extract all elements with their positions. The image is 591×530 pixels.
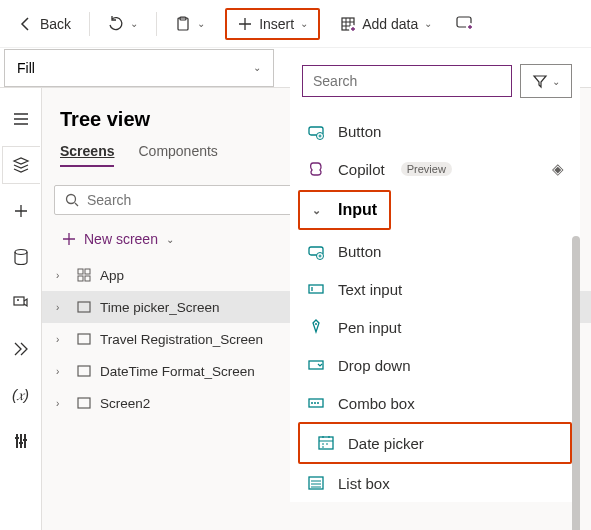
property-label: Fill bbox=[17, 60, 35, 76]
svg-rect-16 bbox=[78, 269, 83, 274]
tree-item-label: Screen2 bbox=[100, 396, 150, 411]
paste-button[interactable]: ⌄ bbox=[165, 10, 215, 38]
screen-icon bbox=[76, 299, 92, 315]
tree-item-label: DateTime Format_Screen bbox=[100, 364, 255, 379]
insert-item-list-box[interactable]: List box bbox=[290, 464, 580, 502]
tree-item-label: App bbox=[100, 268, 124, 283]
insert-item-label: Drop down bbox=[338, 357, 411, 374]
filter-button[interactable]: ⌄ bbox=[520, 64, 572, 98]
svg-rect-7 bbox=[14, 297, 24, 305]
insert-item-label: Text input bbox=[338, 281, 402, 298]
insert-item-drop-down[interactable]: Drop down bbox=[290, 346, 580, 384]
expand-icon: › bbox=[56, 366, 68, 377]
svg-point-6 bbox=[15, 250, 27, 255]
rail-data[interactable] bbox=[2, 238, 40, 276]
rail-media[interactable] bbox=[2, 284, 40, 322]
pen-icon bbox=[306, 317, 326, 337]
chevron-down-icon: ⌄ bbox=[300, 18, 308, 29]
svg-point-8 bbox=[17, 299, 19, 301]
undo-button[interactable]: ⌄ bbox=[98, 10, 148, 38]
svg-rect-14 bbox=[23, 439, 27, 441]
expand-icon: › bbox=[56, 398, 68, 409]
textinput-icon bbox=[306, 279, 326, 299]
new-screen-toolbar-button[interactable] bbox=[446, 10, 484, 38]
svg-rect-9 bbox=[16, 434, 18, 448]
insert-item-button[interactable]: Button bbox=[290, 232, 580, 270]
rail-insert[interactable] bbox=[2, 192, 40, 230]
insert-panel: ⌄ Button Copilot Preview ◈ ⌄ Input Butto… bbox=[290, 56, 580, 502]
insert-item-label: Copilot bbox=[338, 161, 385, 178]
insert-item-date-picker[interactable]: Date picker bbox=[300, 424, 570, 462]
tab-components[interactable]: Components bbox=[138, 143, 217, 167]
insert-item[interactable]: Copilot Preview ◈ bbox=[290, 150, 580, 188]
insert-button[interactable]: Insert ⌄ bbox=[227, 10, 318, 38]
list-icon bbox=[306, 473, 326, 493]
insert-label: Insert bbox=[259, 16, 294, 32]
chevron-down-icon: ⌄ bbox=[253, 62, 261, 73]
rail-flows[interactable] bbox=[2, 330, 40, 368]
insert-item-label: Button bbox=[338, 243, 381, 260]
button-icon bbox=[306, 121, 326, 141]
premium-icon: ◈ bbox=[552, 160, 564, 178]
add-data-button[interactable]: Add data ⌄ bbox=[330, 10, 442, 38]
svg-rect-17 bbox=[85, 269, 90, 274]
plus-icon bbox=[237, 16, 253, 32]
tree-item-label: Travel Registration_Screen bbox=[100, 332, 263, 347]
search-icon bbox=[65, 193, 79, 207]
insert-item-text-input[interactable]: Text input bbox=[290, 270, 580, 308]
app-icon bbox=[76, 267, 92, 283]
insert-search-input[interactable] bbox=[302, 65, 512, 97]
plus-icon bbox=[62, 232, 76, 246]
rail-tools[interactable] bbox=[2, 422, 40, 460]
insert-item-label: Combo box bbox=[338, 395, 415, 412]
scrollbar[interactable] bbox=[572, 236, 580, 530]
combo-icon bbox=[306, 393, 326, 413]
chevron-down-icon: ⌄ bbox=[197, 18, 205, 29]
chevron-down-icon: ⌄ bbox=[166, 234, 174, 245]
back-button[interactable]: Back bbox=[8, 10, 81, 38]
insert-item-label: List box bbox=[338, 475, 390, 492]
svg-point-34 bbox=[317, 402, 319, 404]
insert-item-label: Button bbox=[338, 123, 381, 140]
rail-tree-view[interactable] bbox=[2, 146, 40, 184]
add-data-label: Add data bbox=[362, 16, 418, 32]
svg-rect-19 bbox=[85, 276, 90, 281]
chevron-down-icon: ⌄ bbox=[552, 76, 560, 87]
button-icon bbox=[306, 241, 326, 261]
expand-icon: › bbox=[56, 334, 68, 345]
copilot-icon bbox=[306, 159, 326, 179]
tab-screens[interactable]: Screens bbox=[60, 143, 114, 167]
svg-rect-22 bbox=[78, 366, 90, 376]
svg-rect-35 bbox=[319, 437, 333, 449]
insert-item-combo-box[interactable]: Combo box bbox=[290, 384, 580, 422]
svg-point-33 bbox=[314, 402, 316, 404]
insert-category-input[interactable]: ⌄ Input bbox=[300, 192, 389, 228]
insert-item-label: Date picker bbox=[348, 435, 424, 452]
expand-icon: › bbox=[56, 302, 68, 313]
insert-item-pen-input[interactable]: Pen input bbox=[290, 308, 580, 346]
screen-plus-icon bbox=[456, 16, 474, 32]
chevron-down-icon: ⌄ bbox=[130, 18, 138, 29]
chevron-down-icon: ⌄ bbox=[312, 204, 328, 217]
svg-rect-12 bbox=[15, 437, 19, 439]
date-icon bbox=[316, 433, 336, 453]
svg-rect-18 bbox=[78, 276, 83, 281]
insert-item-label: Pen input bbox=[338, 319, 401, 336]
back-label: Back bbox=[40, 16, 71, 32]
back-arrow-icon bbox=[18, 16, 34, 32]
property-selector[interactable]: Fill ⌄ bbox=[4, 49, 274, 87]
preview-badge: Preview bbox=[401, 162, 452, 176]
svg-rect-10 bbox=[20, 434, 22, 448]
expand-icon: › bbox=[56, 270, 68, 281]
category-label: Input bbox=[338, 201, 377, 219]
svg-point-29 bbox=[315, 323, 317, 325]
tree-item-label: Time picker_Screen bbox=[100, 300, 220, 315]
undo-icon bbox=[108, 16, 124, 32]
rail-hamburger[interactable] bbox=[2, 100, 40, 138]
svg-rect-20 bbox=[78, 302, 90, 312]
insert-item[interactable]: Button bbox=[290, 112, 580, 150]
divider bbox=[156, 12, 157, 36]
rail-variables[interactable]: (𝑥) bbox=[2, 376, 40, 414]
divider bbox=[89, 12, 90, 36]
chevron-down-icon: ⌄ bbox=[424, 18, 432, 29]
